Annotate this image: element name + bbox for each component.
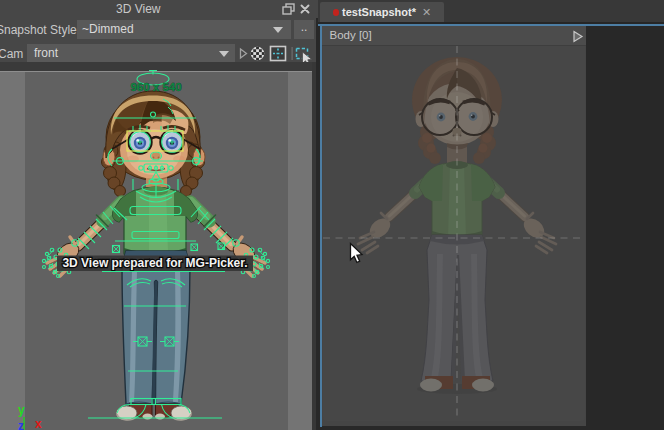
svg-text:z: z [18, 419, 24, 430]
svg-text:x: x [35, 417, 42, 430]
svg-text:960 x 540: 960 x 540 [130, 81, 181, 93]
svg-text:3D View prepared for MG-Picker: 3D View prepared for MG-Picker. [62, 256, 247, 270]
svg-text:y: y [18, 403, 25, 417]
